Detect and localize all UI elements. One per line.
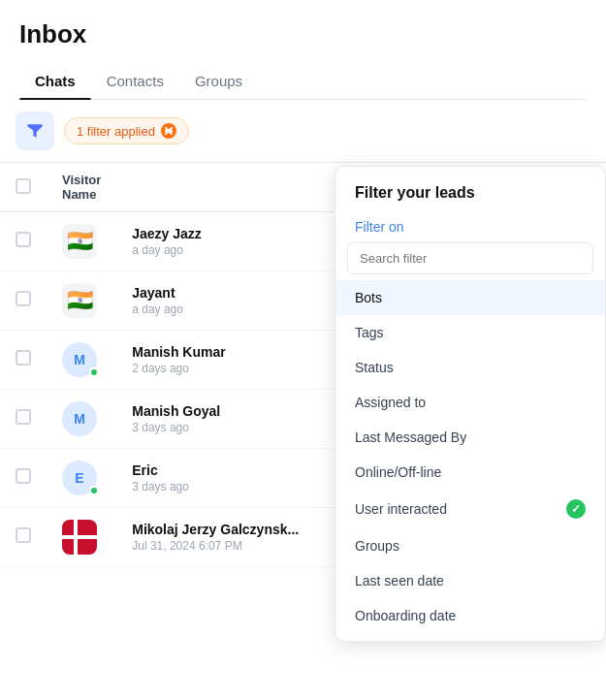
tab-groups[interactable]: Groups <box>179 63 258 99</box>
check-icon <box>566 499 586 519</box>
main-content: 1 filter applied Visitor Name 🇮🇳Jaezy Ja… <box>0 100 606 567</box>
inbox-header: Inbox Chats Contacts Groups <box>0 0 606 100</box>
filter-applied-label: 1 filter applied <box>77 124 155 139</box>
filter-options-list: BotsTagsStatusAssigned toLast Messaged B… <box>335 280 605 633</box>
filter-option[interactable]: Tags <box>335 315 605 350</box>
avatar-cell: M <box>47 331 116 390</box>
online-indicator <box>89 367 99 377</box>
filter-panel-title: Filter your leads <box>335 167 605 213</box>
avatar-cell <box>47 508 116 567</box>
row-checkbox[interactable] <box>16 409 31 425</box>
avatar-cell: E <box>47 449 116 508</box>
tab-chats[interactable]: Chats <box>19 63 91 99</box>
avatar-cell: M <box>47 390 116 449</box>
row-checkbox[interactable] <box>16 468 31 484</box>
filter-applied-badge[interactable]: 1 filter applied <box>64 117 189 144</box>
row-checkbox[interactable] <box>16 350 31 366</box>
filter-bar: 1 filter applied <box>0 100 606 162</box>
filter-panel: Filter your leads Filter on BotsTagsStat… <box>335 166 606 642</box>
filter-option[interactable]: Assigned to <box>335 385 605 420</box>
filter-option-label: Groups <box>355 538 399 554</box>
row-checkbox-cell <box>0 449 47 508</box>
row-checkbox-cell <box>0 212 47 271</box>
avatar: 🇮🇳 <box>62 283 97 318</box>
filter-icon <box>25 121 45 141</box>
row-checkbox-cell <box>0 271 47 331</box>
filter-remove-button[interactable] <box>161 123 176 139</box>
filter-option-label: Status <box>355 360 394 375</box>
filter-option-label: Online/Off-line <box>355 464 441 480</box>
filter-option-label: Assigned to <box>355 395 426 410</box>
row-checkbox[interactable] <box>16 291 31 306</box>
row-checkbox-cell <box>0 508 47 567</box>
close-icon <box>164 126 174 136</box>
filter-option[interactable]: Status <box>335 350 605 385</box>
row-checkbox-cell <box>0 331 47 390</box>
avatar <box>62 520 97 555</box>
avatar: M <box>62 401 97 436</box>
avatar: E <box>62 461 97 495</box>
visitor-name-header: Visitor Name <box>47 163 116 212</box>
tabs: Chats Contacts Groups <box>19 63 587 100</box>
page-title: Inbox <box>19 19 587 49</box>
filter-icon-button[interactable] <box>16 111 54 150</box>
filter-option[interactable]: Last seen date <box>335 563 605 598</box>
header-checkbox-cell <box>0 163 47 212</box>
filter-option-label: Tags <box>355 325 384 340</box>
avatar-cell: 🇮🇳 <box>47 271 116 331</box>
search-filter-input[interactable] <box>347 242 593 274</box>
tab-contacts[interactable]: Contacts <box>91 63 179 99</box>
row-checkbox[interactable] <box>16 527 31 543</box>
avatar: 🇮🇳 <box>62 224 97 259</box>
avatar: M <box>62 342 97 377</box>
filter-option-label: Last seen date <box>355 573 444 589</box>
online-indicator <box>89 486 99 495</box>
filter-option[interactable]: Groups <box>335 528 605 563</box>
filter-option-label: Bots <box>355 290 382 305</box>
filter-option-label: Last Messaged By <box>355 430 466 445</box>
filter-option[interactable]: Last Messaged By <box>335 420 605 455</box>
filter-option-label: Onboarding date <box>355 608 456 623</box>
filter-option[interactable]: Onboarding date <box>335 598 605 633</box>
filter-on-label: Filter on <box>335 213 605 242</box>
filter-option[interactable]: Online/Off-line <box>335 455 605 490</box>
row-checkbox[interactable] <box>16 232 31 247</box>
row-checkbox-cell <box>0 390 47 449</box>
filter-option[interactable]: User interacted <box>335 490 605 528</box>
select-all-checkbox[interactable] <box>16 178 31 194</box>
filter-option[interactable]: Bots <box>335 280 605 315</box>
filter-option-label: User interacted <box>355 501 447 517</box>
avatar-cell: 🇮🇳 <box>47 212 116 271</box>
